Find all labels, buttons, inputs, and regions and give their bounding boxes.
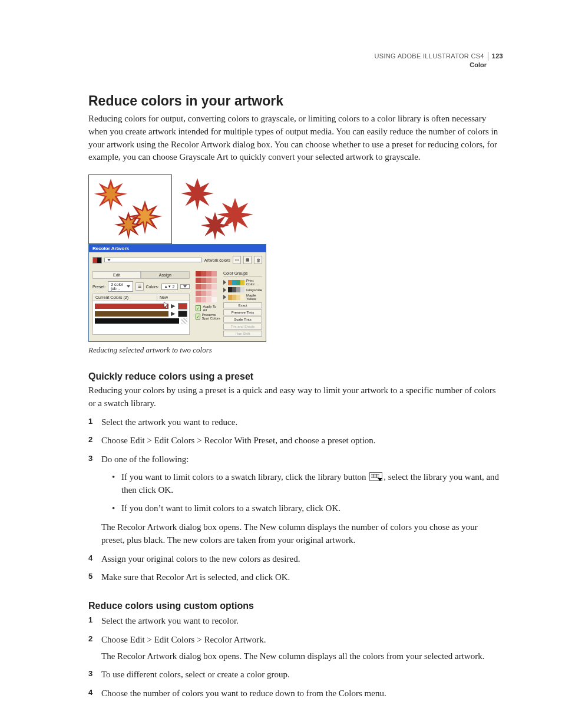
library-button-icon: [369, 472, 382, 481]
step-note: The Recolor Artwork dialog box opens. Th…: [101, 650, 503, 663]
dialog-title: Recolor Artwork: [89, 245, 266, 252]
assign-arrow-icon[interactable]: [171, 304, 176, 309]
header-product: USING ADOBE ILLUSTRATOR CS4: [375, 52, 484, 60]
step-item: Select the artwork you want to recolor.: [88, 615, 503, 628]
exact-button[interactable]: Exact: [223, 302, 262, 308]
color-row[interactable]: [95, 318, 187, 324]
current-colors-header: Current Colors (2): [93, 294, 157, 301]
bullet-item: If you don’t want to limit colors to a s…: [112, 502, 503, 515]
color-group-row[interactable]: Maple Yellow: [223, 294, 262, 301]
step-text: Choose Edit > Edit Colors > Recolor Artw…: [101, 635, 266, 644]
save-group-icon[interactable]: ▭: [233, 256, 241, 264]
tint-shade-button[interactable]: Tint and Shade: [223, 324, 262, 330]
active-swatch[interactable]: [92, 257, 102, 263]
section-heading-custom: Reduce colors using custom options: [88, 601, 503, 611]
step-item: Choose Edit > Edit Colors > Recolor With…: [88, 434, 503, 447]
artboard-before: [88, 174, 172, 244]
disclosure-icon: [223, 280, 226, 285]
step-item: Do one of the following: If you want to …: [88, 453, 503, 547]
color-group-row[interactable]: Print Color ...: [223, 279, 262, 286]
preset-label: Preset:: [92, 285, 105, 289]
section1-intro: Reducing your colors by using a preset i…: [88, 384, 503, 410]
edit-tab[interactable]: Edit: [92, 271, 141, 279]
preserve-tints-button[interactable]: Preserve Tints: [223, 309, 262, 315]
step-note: The Recolor Artwork dialog box opens. Th…: [101, 521, 503, 547]
bullet-text: If you want to limit colors to a swatch …: [121, 472, 368, 482]
color-group-row[interactable]: Grayscale: [223, 287, 262, 292]
color-groups-header: Color Groups: [223, 271, 262, 277]
recolor-artwork-dialog: Recolor Artwork Artwork colors ▭ ▦ 🗑 Edi…: [88, 244, 266, 342]
header-section: Color: [375, 61, 503, 70]
step-text: Do one of the following:: [101, 454, 189, 464]
step-item: Choose the number of colors you want to …: [88, 687, 503, 700]
tint-preview: ✓Apply To All ✓Preserve Spot Colors: [196, 271, 221, 338]
section-heading-preset: Quickly reduce colors using a preset: [88, 371, 503, 382]
step-item: Make sure that Recolor Art is selected, …: [88, 571, 503, 584]
excluded-icon: [181, 318, 187, 324]
intro-paragraph: Reducing colors for output, converting c…: [88, 113, 503, 164]
hue-shift-button[interactable]: Hue Shift: [223, 331, 262, 337]
color-row[interactable]: [95, 303, 187, 309]
page-title: Reduce colors in your artwork: [88, 93, 503, 109]
artwork-colors-label: Artwork colors: [204, 258, 230, 262]
colors-label: Colors:: [146, 285, 159, 289]
artboard-after: [176, 174, 264, 243]
assign-arrow-icon[interactable]: [171, 312, 176, 317]
disclosure-icon: [223, 288, 226, 292]
artwork-colors-dropdown[interactable]: [104, 258, 202, 262]
disclosure-icon: [223, 295, 226, 299]
preset-options-icon[interactable]: ☰: [135, 282, 144, 291]
preserve-spot-checkbox[interactable]: ✓Preserve Spot Colors: [196, 313, 221, 320]
custom-steps: Select the artwork you want to recolor. …: [88, 615, 503, 700]
step-item: Select the artwork you want to reduce.: [88, 416, 503, 429]
delete-group-icon[interactable]: 🗑: [254, 256, 262, 264]
preset-steps: Select the artwork you want to reduce. C…: [88, 416, 503, 585]
new-colors-header: New: [157, 294, 189, 301]
color-row[interactable]: [95, 311, 187, 317]
preset-dropdown[interactable]: 2 color job...: [108, 281, 133, 292]
figure-caption: Reducing selected artwork to two colors: [88, 345, 503, 355]
colors-dropdown[interactable]: [180, 284, 190, 289]
figure: Recolor Artwork Artwork colors ▭ ▦ 🗑 Edi…: [88, 174, 503, 355]
bullet-item: If you want to limit colors to a swatch …: [112, 471, 503, 497]
color-assignment-list: [92, 301, 190, 335]
scale-tints-button[interactable]: Scale Tints: [223, 317, 262, 322]
step-item: To use different colors, select or creat…: [88, 668, 503, 681]
assign-tab[interactable]: Assign: [141, 271, 189, 279]
running-header: USING ADOBE ILLUSTRATOR CS4123 Color: [375, 52, 503, 70]
colors-stepper[interactable]: ▲▼2: [161, 284, 178, 290]
new-group-icon[interactable]: ▦: [243, 256, 252, 264]
step-item: Assign your original colors to the new c…: [88, 553, 503, 566]
step-item: Choose Edit > Edit Colors > Recolor Artw…: [88, 634, 503, 663]
page-number: 123: [488, 52, 503, 61]
apply-all-checkbox[interactable]: ✓Apply To All: [196, 305, 221, 312]
